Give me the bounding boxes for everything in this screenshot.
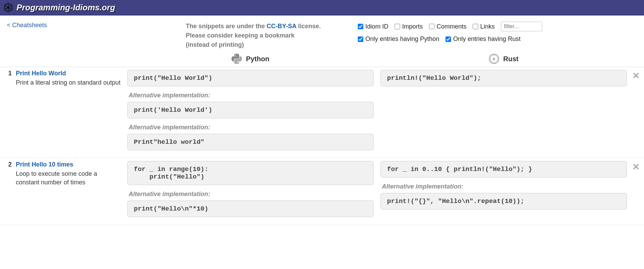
checkbox-idiom-id-input[interactable] (358, 24, 363, 29)
dismiss-row-button[interactable]: ✕ (632, 162, 640, 172)
alt-impl-label: Alternative implementation: (129, 191, 374, 198)
checkbox-idiom-id[interactable]: Idiom ID (358, 23, 388, 30)
idiom-row: 2Print Hello 10 timesLoop to execute som… (0, 158, 644, 225)
idiom-title-link[interactable]: Print Hello World (16, 70, 66, 77)
python-column: print("Hello World")Alternative implemen… (124, 70, 377, 154)
checkbox-imports-input[interactable] (395, 24, 400, 29)
checkbox-links[interactable]: Links (473, 23, 495, 30)
lang-header-rust: R Rust (377, 54, 630, 64)
back-to-cheatsheets-link[interactable]: < Cheatsheets (7, 22, 186, 29)
alt-impl-label: Alternative implementation: (382, 183, 627, 190)
checkbox-only-rust[interactable]: Only entries having Rust (446, 35, 520, 43)
idiom-title-link[interactable]: Print Hello 10 times (16, 161, 73, 168)
rust-column: println!("Hello World"); (377, 70, 630, 154)
checkbox-comments[interactable]: Comments (429, 23, 466, 30)
idiom-id: 1 (7, 70, 12, 154)
checkbox-only-python-input[interactable] (358, 36, 363, 42)
code-block-python[interactable]: Print"hello world" (127, 134, 374, 150)
code-block-rust[interactable]: println!("Hello World"); (380, 70, 627, 86)
alt-impl-label: Alternative implementation: (129, 92, 374, 99)
dismiss-row-button[interactable]: ✕ (632, 71, 640, 81)
lang-headers: Python R Rust (0, 52, 644, 67)
site-title[interactable]: Programming-Idioms.org (17, 3, 115, 12)
controls: Idiom ID Imports Comments Links Only ent… (351, 22, 637, 47)
checkbox-imports[interactable]: Imports (395, 23, 423, 30)
checkbox-links-input[interactable] (473, 24, 478, 29)
idiom-subtitle: Print a literal string on standard outpu… (16, 78, 120, 87)
checkbox-comments-input[interactable] (429, 24, 434, 29)
code-block-python[interactable]: print('Hello World') (127, 102, 374, 118)
python-column: for _ in range(10): print("Hello")Altern… (124, 161, 377, 220)
svg-text:R: R (493, 57, 496, 61)
license-link[interactable]: CC-BY-SA (267, 23, 296, 30)
idiom-id: 2 (7, 161, 12, 220)
topbar: < Cheatsheets The snippets are under the… (0, 15, 644, 52)
checkbox-only-rust-input[interactable] (446, 36, 451, 42)
code-block-python[interactable]: for _ in range(10): print("Hello") (127, 161, 374, 185)
checkbox-only-python[interactable]: Only entries having Python (358, 35, 439, 43)
filter-input[interactable] (501, 22, 542, 31)
rust-icon: R (489, 54, 499, 64)
idiom-row: 1Print Hello WorldPrint a literal string… (0, 67, 644, 158)
idiom-description: 2Print Hello 10 timesLoop to execute som… (0, 161, 124, 220)
code-block-python[interactable]: print("Hello\n"*10) (127, 201, 374, 217)
rust-column: for _ in 0..10 { println!("Hello"); }Alt… (377, 161, 630, 220)
idiom-subtitle: Loop to execute some code a constant num… (16, 170, 121, 187)
site-header: Programming-Idioms.org (0, 0, 644, 15)
python-icon (232, 54, 242, 64)
code-block-python[interactable]: print("Hello World") (127, 70, 374, 86)
alt-impl-label: Alternative implementation: (129, 124, 374, 131)
code-block-rust[interactable]: for _ in 0..10 { println!("Hello"); } (380, 161, 627, 177)
code-block-rust[interactable]: print!("{}", "Hello\n".repeat(10)); (380, 193, 627, 209)
license-note: The snippets are under the CC-BY-SA lice… (186, 22, 351, 50)
idiom-description: 1Print Hello WorldPrint a literal string… (0, 70, 124, 154)
logo-icon (3, 3, 13, 12)
lang-header-python: Python (124, 54, 377, 64)
